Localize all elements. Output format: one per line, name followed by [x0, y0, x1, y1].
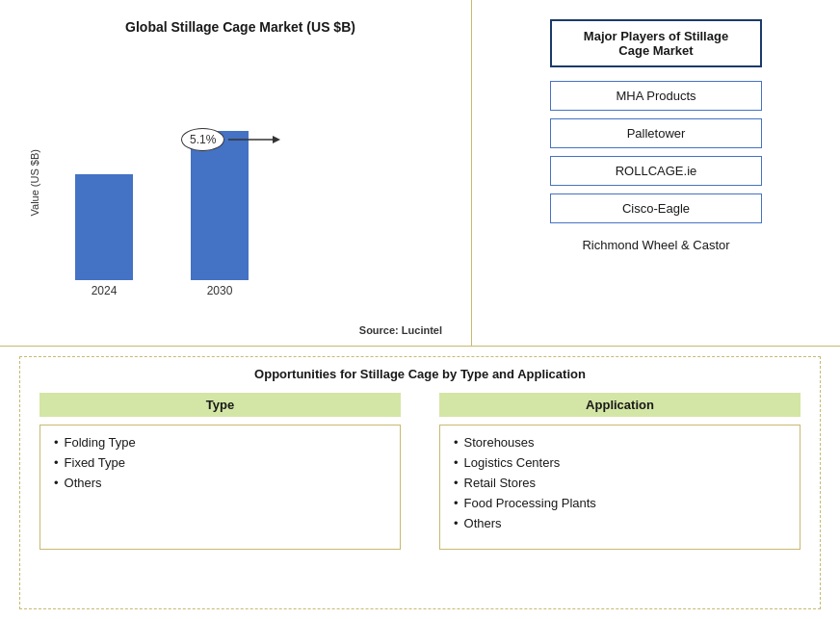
app-retail-label: Retail Stores	[464, 476, 536, 490]
bullet-fixed: •	[54, 455, 59, 470]
type-item-folding: • Folding Type	[54, 435, 386, 450]
growth-rate-label: 5.1%	[181, 128, 224, 151]
player-rollcage: ROLLCAGE.ie	[550, 156, 762, 186]
player-richmond: Richmond Wheel & Castor	[550, 231, 762, 259]
app-others-label: Others	[464, 516, 502, 530]
top-section: Global Stillage Cage Market (US $B) Valu…	[0, 0, 840, 347]
type-others-label: Others	[65, 476, 102, 490]
source-text: Source: Lucintel	[19, 324, 461, 336]
players-title: Major Players of Stillage Cage Market	[550, 19, 762, 67]
bottom-section: Opportunities for Stillage Cage by Type …	[0, 347, 840, 619]
app-item-food: • Food Processing Plants	[454, 496, 786, 510]
app-item-storehouses: • Storehouses	[454, 435, 786, 450]
bullet-type-others: •	[54, 476, 59, 490]
bar-group-2030: 2030	[191, 131, 249, 297]
svg-marker-1	[273, 136, 280, 143]
type-folding-label: Folding Type	[65, 435, 136, 450]
opportunities-title: Opportunities for Stillage Cage by Type …	[39, 367, 801, 381]
app-item-others: • Others	[454, 516, 786, 530]
type-items: • Folding Type • Fixed Type • Others	[39, 425, 401, 550]
opp-columns: Type • Folding Type • Fixed Type • Other	[39, 393, 801, 550]
chart-wrapper: Value (US $B) 5.1%	[19, 44, 461, 321]
application-header: Application	[439, 393, 801, 417]
app-logistics-label: Logistics Centers	[464, 455, 561, 470]
y-axis-label: Value (US $B)	[29, 149, 40, 217]
bar-label-2024: 2024	[92, 284, 118, 297]
application-items: • Storehouses • Logistics Centers • Reta…	[439, 425, 801, 550]
bullet-storehouses: •	[454, 435, 459, 450]
bar-2030	[191, 131, 249, 280]
type-fixed-label: Fixed Type	[65, 455, 125, 470]
arrow-svg	[228, 133, 281, 146]
chart-title: Global Stillage Cage Market (US $B)	[125, 19, 355, 35]
bullet-folding: •	[54, 435, 59, 450]
type-header: Type	[39, 393, 401, 417]
bullet-app-others: •	[454, 516, 459, 530]
opportunities-container: Opportunities for Stillage Cage by Type …	[19, 356, 821, 609]
main-container: Global Stillage Cage Market (US $B) Valu…	[0, 0, 840, 619]
players-area: Major Players of Stillage Cage Market MH…	[472, 0, 840, 346]
bar-2024	[75, 174, 133, 280]
bar-group-2024: 2024	[75, 174, 133, 297]
application-column: Application • Storehouses • Logistics Ce…	[439, 393, 801, 550]
bars-area: 5.1% 2024	[46, 109, 461, 321]
bullet-logistics: •	[454, 455, 459, 470]
app-item-retail: • Retail Stores	[454, 476, 786, 490]
player-palletower: Palletower	[550, 118, 762, 148]
bar-label-2030: 2030	[207, 284, 233, 297]
growth-annotation: 5.1%	[181, 128, 281, 151]
app-item-logistics: • Logistics Centers	[454, 455, 786, 470]
chart-area: Global Stillage Cage Market (US $B) Valu…	[0, 0, 472, 346]
player-mha: MHA Products	[550, 81, 762, 111]
bullet-retail: •	[454, 476, 459, 490]
player-cisco: Cisco-Eagle	[550, 193, 762, 223]
app-storehouses-label: Storehouses	[464, 435, 535, 450]
app-food-label: Food Processing Plants	[464, 496, 596, 510]
chart-content: 5.1% 2024	[46, 109, 461, 321]
type-column: Type • Folding Type • Fixed Type • Other	[39, 393, 401, 550]
type-item-others: • Others	[54, 476, 386, 490]
bullet-food: •	[454, 496, 459, 510]
type-item-fixed: • Fixed Type	[54, 455, 386, 470]
